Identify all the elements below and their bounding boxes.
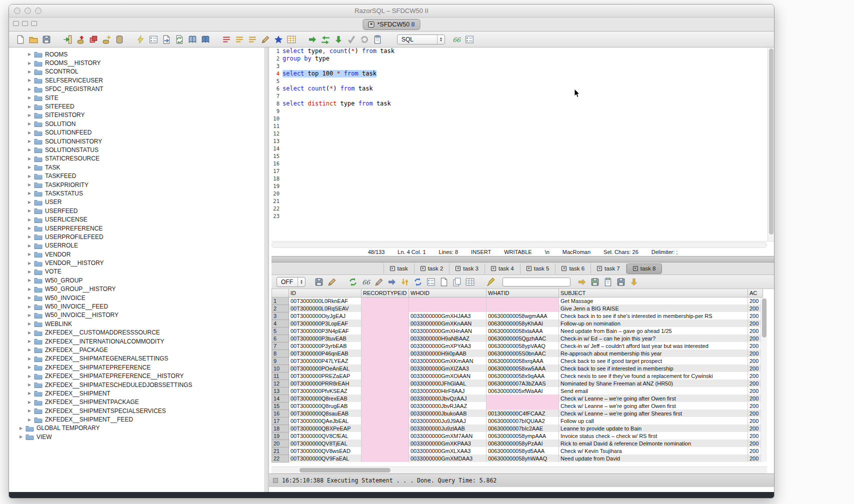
tree-item-zkfedex-shipmentspecialservices[interactable]: ▶ZKFEDEX__SHIPMENTSPECIALSERVICES xyxy=(9,406,264,415)
table-row-20[interactable]: 2000T3000000QV8TjEAL0033000000GmXKPAA300… xyxy=(272,440,763,447)
cell-rownum[interactable]: 16 xyxy=(272,410,289,417)
table-row-5[interactable]: 500T3000000P3N4pEAF0033000000GmXHnAAN006… xyxy=(272,327,763,334)
minimize-window-button[interactable] xyxy=(24,8,31,14)
cell-whoid[interactable]: 0033000000H9i0pAAB xyxy=(409,350,486,357)
tree-item-zkfedex-package[interactable]: ▶ZKFEDEX__PACKAGE xyxy=(9,346,264,354)
cell-recordtypeid[interactable] xyxy=(362,334,409,342)
zoom-window-button[interactable] xyxy=(35,8,42,14)
cell-rownum[interactable]: 5 xyxy=(272,327,289,334)
tree-item-rooms-history[interactable]: ▶ROOMS__HISTORY xyxy=(9,58,264,67)
table-row-8[interactable]: 800T3000000P46qnEAB0033000000H9i0pAAB006… xyxy=(272,350,763,357)
result-tab-task-3[interactable]: ✕task 3 xyxy=(450,264,485,274)
tree-item-vendor-history[interactable]: ▶VENDOR__HISTORY xyxy=(9,258,264,267)
cell-id[interactable]: 00T3000000P47LYEAZ xyxy=(289,357,362,364)
cell-whatid[interactable]: 006300000058yKhAAI xyxy=(486,320,559,327)
cell-whatid[interactable] xyxy=(486,394,559,402)
result-tab-close-icon[interactable]: ✕ xyxy=(390,266,395,271)
tree-item-sfdc-registrant[interactable]: ▶SFDC_REGISTRANT xyxy=(9,85,264,94)
cell-id[interactable]: 00T3000000PRR8rEAH xyxy=(289,380,362,387)
table-row-7[interactable]: 700T3000000P3yrbEAB0033000000GmXPYAA3006… xyxy=(272,342,763,350)
tree-item-solutionfeed[interactable]: ▶SOLUTIONFEED xyxy=(9,128,264,137)
cell-recordtypeid[interactable] xyxy=(362,447,409,454)
tab-close-icon[interactable]: ✕ xyxy=(368,22,374,28)
tree-item-zkfedex-shipmatescheduledjobssettings[interactable]: ▶ZKFEDEX__SHIPMATESCHEDULEDJOBSSETTINGS xyxy=(9,380,264,389)
execute-query-icon[interactable]: 66 xyxy=(452,35,461,44)
cell-whoid[interactable]: 0033000000GmXPYAA3 xyxy=(409,342,486,350)
disclosure-triangle-icon[interactable]: ▶ xyxy=(26,226,33,230)
cell-whatid[interactable]: 00630000007bIc2AAE xyxy=(486,424,559,432)
result-tab-close-icon[interactable]: ✕ xyxy=(562,266,566,271)
tree-item-selfserviceuser[interactable]: ▶SELFSERVICEUSER xyxy=(9,76,264,84)
cell-id[interactable]: 00T3000000QV9FaEAL xyxy=(289,454,362,462)
sql-editor[interactable]: 1select type, count(*) from task2group b… xyxy=(272,48,774,242)
cell-recordtypeid[interactable] xyxy=(362,364,409,372)
compare-lists-icon[interactable] xyxy=(222,35,231,44)
tree-item-site[interactable]: ▶SITE xyxy=(9,94,264,102)
editor-line-3[interactable]: 3 xyxy=(272,62,774,70)
cell-subject[interactable]: Get Massage xyxy=(559,297,748,304)
column-header-ID[interactable]: ID xyxy=(289,289,362,297)
tree-item-w50-invoice-feed[interactable]: ▶W50_INVOICE__FEED xyxy=(9,302,264,310)
save-file-icon[interactable] xyxy=(42,35,51,44)
sort-toggle-icon[interactable] xyxy=(400,278,410,286)
cell-rownum[interactable]: 2 xyxy=(272,304,289,312)
tree-item-solutionstatus[interactable]: ▶SOLUTIONSTATUS xyxy=(9,146,264,154)
cell-subject[interactable]: Nominated by Shane Freeman at ANZ (HR50) xyxy=(559,380,748,387)
generate-script-icon[interactable] xyxy=(604,278,612,286)
table-row-10[interactable]: 1000T3000000POeAnEAL0033000000GmXIZAA300… xyxy=(272,364,763,372)
cell-whoid[interactable]: 0033000000GmXHnAAN xyxy=(409,327,486,334)
cell-whatid[interactable]: 00630000007A3bZAAS xyxy=(486,380,559,387)
column-header-WHOID[interactable]: WHOID xyxy=(409,289,486,297)
describe-table-icon[interactable] xyxy=(149,35,158,44)
view-mode-icon[interactable]: 66 xyxy=(362,278,370,286)
disclosure-triangle-icon[interactable]: ▶ xyxy=(26,191,33,196)
cell-rownum[interactable]: 19 xyxy=(272,432,289,440)
schema-browser-icon[interactable] xyxy=(201,35,210,44)
cell-whoid[interactable] xyxy=(409,297,486,304)
tree-item-taskfeed[interactable]: ▶TASKFEED xyxy=(9,172,264,180)
result-tab-close-icon[interactable]: ✕ xyxy=(491,266,496,271)
table-row-21[interactable]: 2100T3000000QV8wsEAD0033000000GmXLXAA300… xyxy=(272,447,763,454)
cell-recordtypeid[interactable] xyxy=(362,454,409,462)
cell-whoid[interactable]: 0033000000GmXM7AAN xyxy=(409,432,486,440)
editor-horizontal-scrollbar[interactable] xyxy=(272,242,767,248)
tree-item-userprofilefeed[interactable]: ▶USERPROFILEFEED xyxy=(9,232,264,241)
table-tools-icon[interactable] xyxy=(287,35,296,44)
tree-item-w50-invoice[interactable]: ▶W50_INVOICE xyxy=(9,294,264,302)
cell-whatid[interactable]: 006300000058yhWAAQ xyxy=(486,454,559,462)
close-window-button[interactable] xyxy=(14,8,20,14)
editor-line-15[interactable]: 15 xyxy=(272,152,774,160)
disclosure-triangle-icon[interactable]: ▶ xyxy=(26,87,33,92)
cell-rownum[interactable]: 11 xyxy=(272,372,289,380)
cell-recordtypeid[interactable] xyxy=(362,394,409,402)
table-vertical-scrollbar[interactable] xyxy=(760,298,767,462)
disclosure-triangle-icon[interactable]: ▶ xyxy=(26,313,33,318)
disclosure-triangle-icon[interactable]: ▶ xyxy=(26,61,33,66)
tree-item-sitefeed[interactable]: ▶SITEFEED xyxy=(9,102,264,110)
copy-icon[interactable] xyxy=(89,35,98,44)
cell-id[interactable]: 00T3000000L0RknEAF xyxy=(289,297,362,304)
cell-subject[interactable]: Invoice status check – check w/ RS first xyxy=(559,432,748,440)
disclosure-triangle-icon[interactable]: ▶ xyxy=(26,244,33,248)
cell-whoid[interactable]: 0033000000GmXOiAAN xyxy=(409,372,486,380)
fetch-data-icon[interactable] xyxy=(334,35,343,44)
editor-line-22[interactable]: 22 xyxy=(272,205,774,212)
cell-recordtypeid[interactable] xyxy=(362,440,409,447)
page-view-icon[interactable] xyxy=(440,278,448,286)
results-table[interactable]: IDRECORDTYPEIDWHOIDWHATIDSUBJECTAC100T30… xyxy=(272,289,763,462)
result-tab-task-4[interactable]: ✕task 4 xyxy=(485,264,520,274)
tree-item-taskstatus[interactable]: ▶TASKSTATUS xyxy=(9,189,264,198)
tree-item-w50-invoice-history[interactable]: ▶W50_INVOICE__HISTORY xyxy=(9,311,264,320)
cell-subject[interactable]: Check w/ Leanne – we're going after Owen… xyxy=(559,394,748,402)
column-header-WHATID[interactable]: WHATID xyxy=(486,289,559,297)
disclosure-triangle-icon[interactable]: ▶ xyxy=(26,408,33,413)
table-row-3[interactable]: 300T3000000OiyJgEAJ0033000000GmXHJAA3006… xyxy=(272,312,763,320)
validate-query-icon[interactable] xyxy=(347,35,356,44)
cell-id[interactable]: 00T3000000PREZaEAP xyxy=(289,372,362,380)
table-row-12[interactable]: 1200T3000000PRR8rEAH0033000000JFhGlAAL00… xyxy=(272,380,763,387)
cell-whoid[interactable]: 0033000000JbvQzAAJ xyxy=(409,394,486,402)
disclosure-triangle-icon[interactable]: ▶ xyxy=(26,304,33,309)
table-row-9[interactable]: 900T3000000P47LYEAZ0033000000GmXKmAAN006… xyxy=(272,357,763,364)
results-search-input[interactable] xyxy=(502,278,570,286)
editor-line-13[interactable]: 13 xyxy=(272,138,774,145)
